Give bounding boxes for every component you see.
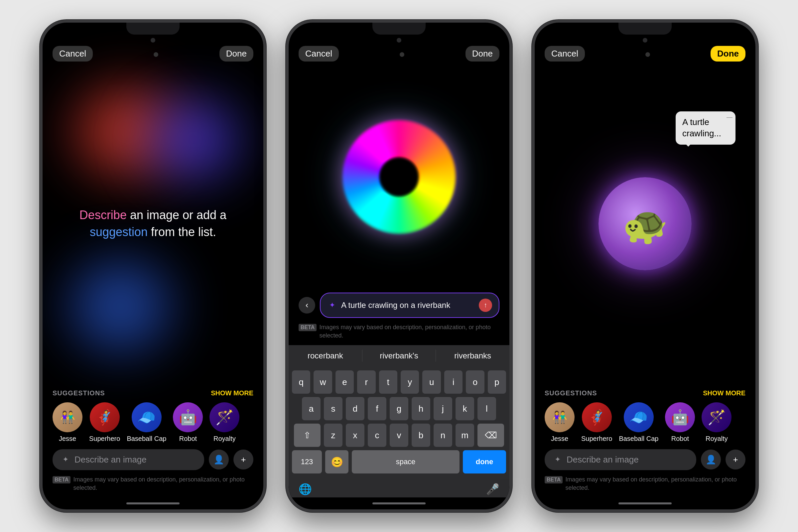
avatar-cap-1: 🧢: [132, 402, 162, 432]
key-n[interactable]: n: [434, 424, 452, 447]
avatar-robot-1: 🤖: [173, 402, 203, 432]
key-m[interactable]: m: [456, 424, 474, 447]
person-button-1[interactable]: 👤: [209, 450, 229, 470]
key-u[interactable]: u: [422, 370, 440, 394]
suggestion-label-superhero-1: Superhero: [89, 435, 120, 442]
key-d[interactable]: d: [346, 397, 364, 420]
screen-3: Cancel Done — A turtle crawling... 🐢: [535, 23, 756, 509]
key-done[interactable]: done: [463, 450, 506, 474]
avatar-royalty-3: 🪄: [702, 402, 732, 432]
done-button-3[interactable]: Done: [710, 46, 745, 61]
suggestion-cap-1[interactable]: 🧢 Baseball Cap: [127, 402, 166, 442]
globe-icon[interactable]: 🌐: [299, 483, 312, 495]
beta-section-2: BETA Images may vary based on descriptio…: [289, 321, 509, 345]
side-button-vol-up-2: [286, 116, 287, 146]
rainbow-ring-wrapper: [342, 120, 456, 233]
suggestion-superhero-1[interactable]: 🦸 Superhero: [89, 402, 120, 442]
suggestion-royalty-1[interactable]: 🪄 Royalty: [209, 402, 240, 442]
autocomplete-riverbanks2[interactable]: riverbanks: [436, 350, 509, 362]
back-button-2[interactable]: ‹: [299, 297, 315, 314]
plus-button-1[interactable]: +: [233, 450, 253, 470]
key-space[interactable]: space: [352, 450, 459, 474]
input-placeholder-1: Describe an image: [75, 455, 147, 465]
cancel-button-3[interactable]: Cancel: [545, 46, 585, 61]
plus-button-3[interactable]: +: [725, 450, 745, 470]
key-emoji[interactable]: 😊: [325, 450, 348, 474]
suggestion-robot-1[interactable]: 🤖 Robot: [173, 402, 203, 442]
key-e[interactable]: e: [336, 370, 354, 394]
key-a[interactable]: a: [302, 397, 321, 420]
send-button-2[interactable]: ↑: [479, 299, 492, 312]
key-j[interactable]: j: [434, 397, 452, 420]
key-delete[interactable]: ⌫: [477, 424, 504, 447]
phone-1: Cancel Done Describe an image or add a s…: [40, 20, 266, 512]
key-shift[interactable]: ⇧: [294, 424, 321, 447]
key-l[interactable]: l: [477, 397, 496, 420]
cancel-button-1[interactable]: Cancel: [53, 46, 93, 61]
autocomplete-riverbanks[interactable]: riverbank's: [362, 350, 436, 362]
suggestion-royalty-3[interactable]: 🪄 Royalty: [702, 402, 732, 442]
avatar-robot-3: 🤖: [665, 402, 695, 432]
done-button-2[interactable]: Done: [466, 46, 499, 61]
suggestion-jesse-3[interactable]: 👫 Jesse: [545, 402, 574, 442]
show-more-button-1[interactable]: SHOW MORE: [211, 390, 253, 397]
key-i[interactable]: i: [444, 370, 462, 394]
status-bar-2: [289, 23, 509, 42]
key-t[interactable]: t: [379, 370, 397, 394]
beta-badge-2: BETA: [299, 324, 317, 331]
key-p[interactable]: p: [488, 370, 506, 394]
key-y[interactable]: y: [401, 370, 419, 394]
describe-word-suggestion: suggestion: [90, 225, 151, 239]
suggestions-header-3: SUGGESTIONS SHOW MORE: [545, 390, 745, 397]
keyboard: q w e r t y u i o p a s d f g h j k l: [289, 366, 509, 479]
key-123[interactable]: 123: [292, 450, 322, 474]
camera-dot: [151, 38, 155, 42]
suggestion-label-cap-1: Baseball Cap: [127, 435, 166, 442]
side-button-power-3: [757, 122, 758, 169]
side-button-vol-down: [40, 152, 41, 182]
key-b[interactable]: b: [412, 424, 430, 447]
person-button-3[interactable]: 👤: [701, 450, 721, 470]
key-r[interactable]: r: [357, 370, 375, 394]
done-button-1[interactable]: Done: [220, 46, 253, 61]
suggestion-label-jesse-3: Jesse: [551, 435, 568, 442]
input-field-3[interactable]: ✦ Describe an image: [545, 449, 696, 470]
side-button-mute-2: [286, 89, 287, 109]
key-z[interactable]: z: [324, 424, 342, 447]
hero-1: Describe an image or add a suggestion fr…: [42, 65, 263, 383]
key-h[interactable]: h: [412, 397, 430, 420]
key-k[interactable]: k: [456, 397, 474, 420]
autocomplete-rocerbank[interactable]: rocerbank: [289, 350, 362, 362]
suggestion-cap-3[interactable]: 🧢 Baseball Cap: [619, 402, 658, 442]
avatar-jesse-1: 👫: [53, 402, 82, 432]
suggestion-superhero-3[interactable]: 🦸 Superhero: [581, 402, 612, 442]
input-field-1[interactable]: ✦ Describe an image: [53, 449, 204, 470]
key-o[interactable]: o: [466, 370, 484, 394]
input-placeholder-3: Describe an image: [567, 455, 639, 465]
tooltip-close-icon[interactable]: —: [726, 114, 733, 121]
key-s[interactable]: s: [324, 397, 342, 420]
suggestions-row-1: 👫 Jesse 🦸 Superhero 🧢 Baseball Cap 🤖 Rob…: [53, 402, 253, 442]
key-f[interactable]: f: [368, 397, 386, 420]
key-w[interactable]: w: [314, 370, 332, 394]
mic-icon[interactable]: 🎤: [486, 483, 499, 495]
cancel-button-2[interactable]: Cancel: [299, 46, 339, 61]
plus-icon-1: +: [241, 455, 246, 465]
suggestion-robot-3[interactable]: 🤖 Robot: [665, 402, 695, 442]
input-field-active-2[interactable]: ✦ A turtle crawling on a riverbank ↑: [320, 292, 499, 318]
suggestion-label-superhero-3: Superhero: [581, 435, 612, 442]
suggestion-jesse-1[interactable]: 👫 Jesse: [53, 402, 82, 442]
key-q[interactable]: q: [292, 370, 310, 394]
input-icon-active-2: ✦: [327, 300, 337, 310]
show-more-button-3[interactable]: SHOW MORE: [703, 390, 745, 397]
key-c[interactable]: c: [368, 424, 386, 447]
key-g[interactable]: g: [390, 397, 408, 420]
key-v[interactable]: v: [390, 424, 408, 447]
camera-indicator-2: [400, 52, 404, 57]
input-text-2[interactable]: A turtle crawling on a riverbank: [341, 301, 475, 310]
beta-description-1: Images may vary based on description, pe…: [73, 475, 253, 492]
beta-section-1: BETA Images may vary based on descriptio…: [42, 474, 263, 497]
key-x[interactable]: x: [346, 424, 364, 447]
home-bar-1: [126, 502, 179, 505]
turtle-sphere: 🐢: [598, 177, 691, 270]
